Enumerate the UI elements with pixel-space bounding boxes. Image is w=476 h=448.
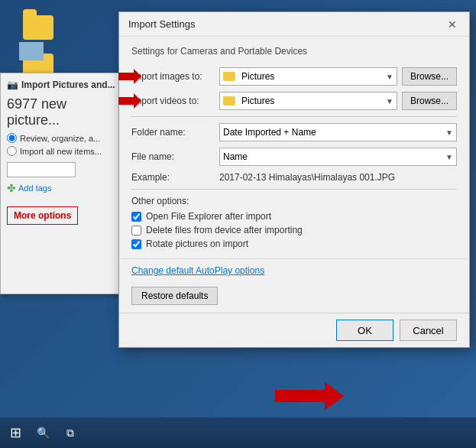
tag-input[interactable] (7, 162, 76, 177)
chevron-down-icon-4: ▼ (445, 153, 453, 161)
checkbox-open-explorer[interactable] (131, 212, 141, 222)
import-images-label: Import images to: (131, 71, 219, 82)
svg-marker-1 (118, 93, 141, 109)
file-name-row: File name: Name ▼ (131, 148, 457, 166)
import-videos-select[interactable]: Pictures (241, 96, 383, 106)
dialog-subtitle: Settings for Cameras and Portable Device… (131, 46, 457, 57)
import-images-select-wrapper[interactable]: Pictures ▼ (219, 67, 397, 86)
chevron-down-icon-3: ▼ (445, 128, 453, 137)
import-panel: 📷 Import Pictures and... 6977 new pictur… (0, 73, 128, 294)
browse-videos-button[interactable]: Browse... (402, 92, 457, 110)
task-view-button[interactable]: ⧉ (58, 420, 83, 445)
import-videos-control: Pictures ▼ Browse... (219, 92, 457, 110)
svg-marker-0 (118, 69, 141, 84)
checkbox-rotate[interactable] (131, 239, 141, 249)
folder-name-select-wrapper[interactable]: Date Imported + Name ▼ (219, 123, 457, 141)
file-name-label: File name: (131, 151, 219, 162)
red-arrow-2 (118, 93, 141, 109)
checkbox-delete-files-row: Delete files from device after importing (131, 225, 457, 235)
radio-review[interactable]: Review, organize, a... (7, 133, 121, 143)
more-options-button[interactable]: More options (7, 206, 78, 225)
file-name-select-wrapper[interactable]: Name ▼ (219, 148, 457, 166)
folder-icon-videos (223, 96, 235, 106)
start-icon: ⊞ (10, 424, 21, 441)
browse-images-button[interactable]: Browse... (402, 67, 457, 86)
tag-input-area (7, 162, 121, 177)
example-label: Example: (131, 172, 219, 183)
radio-all-label: Import all new items... (20, 147, 102, 156)
camera-icon: 📷 (7, 80, 18, 90)
divider-1 (131, 116, 457, 117)
desktop-folder-1[interactable] (15, 15, 61, 40)
change-autoplay-link[interactable]: Change default AutoPlay options (131, 265, 264, 276)
radio-review-input[interactable] (7, 133, 17, 143)
example-row: Example: 2017-02-13 Himalayas\Himalayas … (131, 172, 457, 183)
import-videos-label: Import videos to: (131, 96, 219, 106)
checkbox-open-explorer-row: Open File Explorer after import (131, 211, 457, 222)
import-images-row: Import images to: Pictures ▼ Browse... (131, 67, 457, 86)
add-icon: ✤ (7, 182, 16, 194)
import-panel-header: 📷 Import Pictures and... (7, 80, 121, 90)
file-name-control: Name ▼ (219, 148, 457, 166)
task-view-icon: ⧉ (66, 427, 74, 440)
checkbox-delete-files[interactable] (131, 226, 141, 235)
search-icon: 🔍 (37, 427, 50, 439)
radio-all-input[interactable] (7, 146, 17, 156)
add-tags-label: Add tags (18, 183, 51, 193)
radio-review-label: Review, organize, a... (20, 134, 100, 143)
import-images-select[interactable]: Pictures (241, 71, 383, 82)
file-name-select[interactable]: Name (223, 151, 442, 162)
folder-name-select[interactable]: Date Imported + Name (223, 127, 442, 138)
import-images-control: Pictures ▼ Browse... (219, 67, 457, 86)
dialog-footer-restore: Restore defaults (119, 282, 469, 313)
import-count: 6977 new picture... (7, 96, 121, 128)
big-red-arrow (275, 381, 344, 411)
folder-name-label: Folder name: (131, 127, 219, 138)
checkbox-open-explorer-label: Open File Explorer after import (146, 211, 271, 222)
close-button[interactable]: ✕ (445, 17, 460, 32)
dialog-title: Import Settings (128, 18, 195, 30)
dialog-body: Settings for Cameras and Portable Device… (119, 37, 469, 258)
red-arrow-1 (118, 69, 141, 84)
search-icon-taskbar[interactable]: 🔍 (31, 420, 55, 445)
dialog-titlebar: Import Settings ✕ (119, 12, 469, 37)
start-button[interactable]: ⊞ (3, 420, 28, 445)
folder-icon-images (223, 72, 235, 81)
add-tags-button[interactable]: ✤ Add tags (7, 182, 51, 194)
folder-icon-1 (23, 15, 53, 40)
checkbox-rotate-row: Rotate pictures on import (131, 239, 457, 249)
divider-2 (131, 189, 457, 190)
folder-name-control: Date Imported + Name ▼ (219, 123, 457, 141)
checkbox-rotate-label: Rotate pictures on import (146, 239, 248, 249)
chevron-down-icon-2: ▼ (386, 97, 393, 106)
cancel-button[interactable]: Cancel (400, 320, 457, 341)
import-videos-row: Import videos to: Pictures ▼ Browse... (131, 92, 457, 110)
taskbar: ⊞ 🔍 ⧉ (0, 417, 476, 448)
import-videos-select-wrapper[interactable]: Pictures ▼ (219, 92, 397, 110)
svg-marker-2 (275, 382, 344, 410)
checkbox-delete-files-label: Delete files from device after importing (146, 225, 303, 235)
ok-button[interactable]: OK (336, 320, 393, 341)
import-settings-dialog: Import Settings ✕ Settings for Cameras a… (118, 11, 470, 348)
other-options-label: Other options: (131, 196, 457, 206)
radio-all[interactable]: Import all new items... (7, 146, 121, 156)
restore-defaults-button[interactable]: Restore defaults (131, 287, 218, 305)
dialog-action-bar: OK Cancel (119, 313, 469, 347)
folder-thumbnail (19, 42, 44, 60)
chevron-down-icon: ▼ (386, 73, 393, 81)
dialog-footer-links: Change default AutoPlay options (119, 258, 469, 282)
import-panel-title: Import Pictures and... (21, 80, 115, 90)
folder-name-row: Folder name: Date Imported + Name ▼ (131, 123, 457, 141)
more-options-label: More options (14, 210, 71, 221)
example-value: 2017-02-13 Himalayas\Himalayas 001.JPG (219, 172, 395, 183)
